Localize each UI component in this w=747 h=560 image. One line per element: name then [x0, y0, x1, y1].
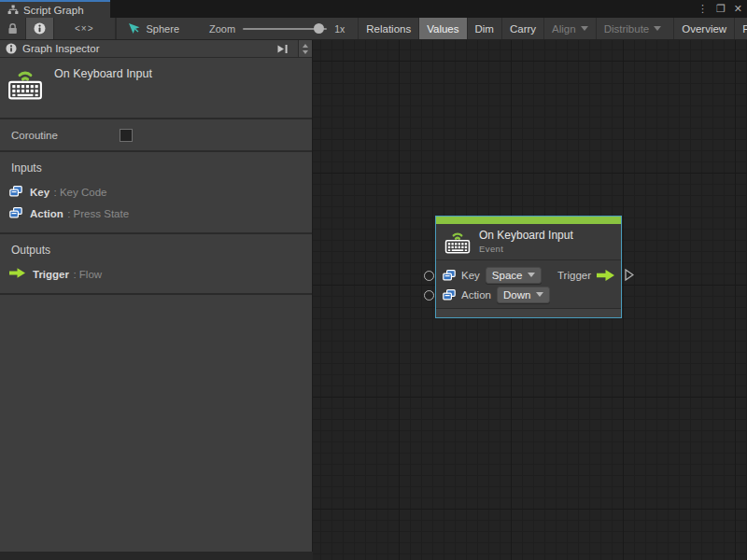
- chevron-down-icon: [528, 273, 535, 277]
- graph-canvas[interactable]: On Keyboard Input Event Key Spac: [313, 40, 747, 560]
- relations-button[interactable]: Relations: [358, 18, 418, 39]
- node-row-key: Key Space Trigger: [443, 265, 614, 285]
- keyboard-event-icon: [7, 67, 43, 100]
- flow-arrow-icon: [9, 268, 25, 278]
- outputs-section: Outputs Trigger : Flow: [0, 234, 312, 295]
- output-port-trigger[interactable]: [625, 269, 634, 281]
- values-button[interactable]: Values: [418, 18, 466, 39]
- inspector-toggle-button[interactable]: [26, 18, 54, 39]
- chevron-up-icon: [303, 44, 308, 48]
- chevron-down-icon: [654, 26, 661, 31]
- dock-sidebar-icon: [276, 44, 289, 54]
- value-port-icon: [443, 270, 456, 281]
- info-icon: [6, 43, 17, 54]
- coroutine-label: Coroutine: [11, 130, 120, 141]
- window-menu-icon[interactable]: ⋮: [698, 0, 708, 18]
- script-graph-asset-icon: [128, 22, 141, 35]
- chevron-down-icon: [536, 292, 543, 297]
- zoom-slider-handle[interactable]: [314, 23, 324, 34]
- graph-hierarchy-icon: [7, 5, 19, 15]
- node-title: On Keyboard Input: [479, 229, 573, 242]
- inspector-title: Graph Inspector: [22, 43, 267, 54]
- maximize-icon[interactable]: ❐: [716, 0, 726, 18]
- dim-button[interactable]: Dim: [467, 18, 501, 39]
- action-dropdown[interactable]: Down: [497, 287, 550, 303]
- panel-scroll-spinner[interactable]: [298, 40, 312, 57]
- unit-title: On Keyboard Input: [54, 67, 152, 80]
- graph-toolbar: <×> Sphere Zoom 1x Relations Values Dim …: [0, 18, 747, 40]
- node-on-keyboard-input[interactable]: On Keyboard Input Event Key Spac: [435, 216, 622, 318]
- code-icon: <×>: [62, 23, 107, 34]
- flow-arrow-icon: [597, 270, 614, 281]
- align-button[interactable]: Align: [543, 18, 596, 39]
- window-controls: ⋮ ❐ ✕: [698, 0, 742, 18]
- inputs-section: Inputs Key : Key Code: [0, 152, 312, 234]
- node-footer: [436, 308, 621, 317]
- graph-inspector-panel: Graph Inspector: [0, 40, 313, 552]
- key-dropdown[interactable]: Space: [486, 267, 543, 284]
- graph-inspector-header: Graph Inspector: [0, 40, 312, 58]
- info-icon: [34, 22, 46, 35]
- graph-target[interactable]: Sphere: [116, 18, 189, 39]
- tab-title: Script Graph: [23, 5, 84, 16]
- outputs-header: Outputs: [0, 242, 312, 262]
- coroutine-row: Coroutine: [0, 119, 312, 152]
- input-port-key[interactable]: [424, 271, 434, 281]
- value-port-icon: [443, 289, 456, 301]
- panel-bottom-strip: [0, 552, 313, 560]
- node-header-text: On Keyboard Input Event: [479, 229, 573, 254]
- target-name: Sphere: [147, 23, 179, 35]
- output-row-trigger: Trigger : Flow: [0, 262, 312, 284]
- zoom-value: 1x: [334, 23, 345, 35]
- fullscreen-button[interactable]: Full Screen: [734, 18, 747, 39]
- keyboard-event-icon: [444, 230, 471, 254]
- value-port-icon: [9, 186, 22, 197]
- node-subtitle: Event: [479, 244, 573, 254]
- lock-icon: [7, 22, 18, 35]
- node-event-colorbar: [436, 217, 621, 224]
- unit-inspector-header: On Keyboard Input: [0, 58, 312, 119]
- tab-bar: Script Graph ⋮ ❐ ✕: [0, 0, 747, 18]
- input-port-action[interactable]: [424, 290, 434, 301]
- overview-button[interactable]: Overview: [673, 18, 734, 39]
- dock-sidebar-button[interactable]: [273, 44, 292, 54]
- trigger-port-label: Trigger: [557, 270, 591, 281]
- node-header[interactable]: On Keyboard Input Event: [436, 224, 621, 260]
- chevron-down-icon: [581, 26, 588, 31]
- carry-button[interactable]: Carry: [501, 18, 543, 39]
- chevron-down-icon: [303, 50, 308, 54]
- close-icon[interactable]: ✕: [734, 0, 742, 18]
- tab-script-graph[interactable]: Script Graph: [0, 0, 110, 18]
- distribute-button[interactable]: Distribute: [596, 18, 669, 39]
- inputs-header: Inputs: [0, 160, 312, 180]
- zoom-label: Zoom: [209, 23, 235, 35]
- input-row-action: Action : Press State: [0, 202, 312, 223]
- zoom-slider[interactable]: [243, 18, 327, 40]
- key-port-label: Key: [461, 270, 480, 281]
- input-row-key: Key : Key Code: [0, 180, 312, 202]
- coroutine-checkbox[interactable]: [120, 129, 133, 142]
- action-port-label: Action: [461, 289, 491, 301]
- node-body: Key Space Trigger: [436, 260, 621, 308]
- edit-source-button[interactable]: <×>: [54, 18, 116, 39]
- zoom-control: Zoom 1x: [189, 18, 354, 39]
- unity-script-graph-window: Script Graph ⋮ ❐ ✕: [0, 0, 747, 560]
- node-row-action: Action Down: [443, 285, 614, 304]
- toolbar-buttons: Relations Values Dim Carry Align Distrib…: [358, 18, 747, 39]
- value-port-icon: [9, 207, 22, 218]
- lock-button[interactable]: [0, 18, 26, 39]
- trigger-port[interactable]: Trigger: [557, 270, 614, 281]
